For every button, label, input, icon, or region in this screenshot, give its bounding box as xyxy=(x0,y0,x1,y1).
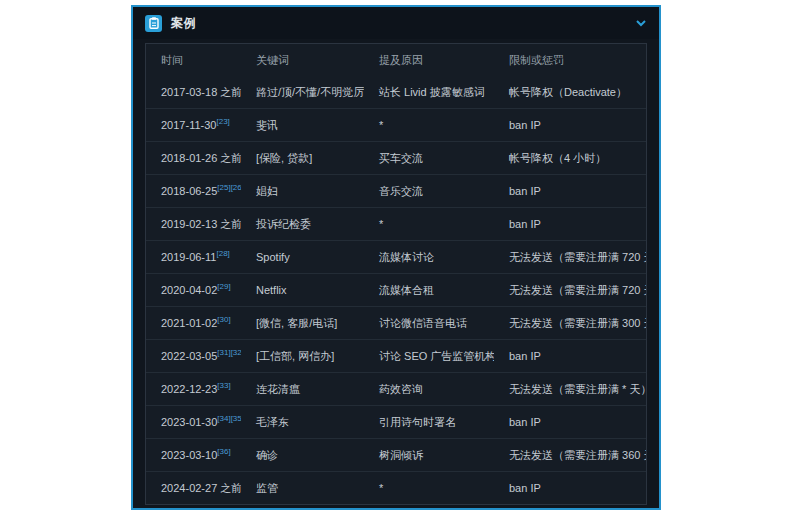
column-header-keyword: 关键词 xyxy=(241,53,364,68)
table-row: 2017-11-30[23] 斐讯 * ban IP xyxy=(146,108,646,141)
table-row: 2022-03-05[31][32] [工信部, 网信办] 讨论 SEO 广告监… xyxy=(146,339,646,372)
keyword-cell: Netflix xyxy=(241,284,364,296)
time-cell: 2018-01-26 之前[24] xyxy=(146,151,241,166)
penalty-cell: ban IP xyxy=(494,185,646,197)
keyword-cell: [工信部, 网信办] xyxy=(241,349,364,364)
time-cell: 2017-11-30[23] xyxy=(146,119,241,131)
keyword-cell: [保险, 贷款] xyxy=(241,151,364,166)
reason-cell: 流媒体合租 xyxy=(364,283,494,298)
time-value: 2018-06-25 xyxy=(161,185,217,197)
time-value: 2022-03-05 xyxy=(161,350,217,362)
table-row: 2019-02-13 之前[27] 投诉纪检委 * ban IP xyxy=(146,207,646,240)
reference-link[interactable]: [30] xyxy=(217,317,230,324)
panel-title: 案例 xyxy=(171,15,635,32)
reason-cell: * xyxy=(364,119,494,131)
penalty-cell: 无法发送（需要注册满 720 天） xyxy=(494,250,646,265)
keyword-cell: 娼妇 xyxy=(241,184,364,199)
table-row: 2020-04-02[29] Netflix 流媒体合租 无法发送（需要注册满 … xyxy=(146,273,646,306)
reason-cell: 讨论 SEO 广告监管机构 xyxy=(364,349,494,364)
time-cell: 2023-01-30[34][35] xyxy=(146,416,241,428)
cases-table: 时间 关键词 提及原因 限制或惩罚 2017-03-18 之前[22] 路过/顶… xyxy=(145,43,647,505)
reference-link[interactable]: [31][32] xyxy=(217,350,241,357)
keyword-cell: 监管 xyxy=(241,481,364,496)
time-cell: 2017-03-18 之前[22] xyxy=(146,85,241,100)
time-cell: 2018-06-25[25][26] xyxy=(146,185,241,197)
time-value: 2019-02-13 之前 xyxy=(161,218,241,230)
panel-header[interactable]: 案例 xyxy=(133,7,659,39)
cases-panel: 案例 时间 关键词 提及原因 限制或惩罚 2017-03-18 之前[22] 路… xyxy=(131,5,661,510)
time-value: 2017-03-18 之前 xyxy=(161,86,241,98)
penalty-cell: ban IP xyxy=(494,482,646,494)
penalty-cell: 无法发送（需要注册满 * 天） xyxy=(494,382,646,397)
table-row: 2021-01-02[30] [微信, 客服/电话] 讨论微信语音电话 无法发送… xyxy=(146,306,646,339)
table-body: 2017-03-18 之前[22] 路过/顶/不懂/不明觉厉 站长 Livid … xyxy=(146,76,646,504)
time-value: 2018-01-26 之前 xyxy=(161,152,241,164)
reason-cell: 引用诗句时署名 xyxy=(364,415,494,430)
penalty-cell: 帐号降权（4 小时） xyxy=(494,151,646,166)
column-header-penalty: 限制或惩罚 xyxy=(494,53,646,68)
time-cell: 2022-03-05[31][32] xyxy=(146,350,241,362)
penalty-cell: ban IP xyxy=(494,119,646,131)
reference-link[interactable]: [23] xyxy=(216,119,229,126)
keyword-cell: 投诉纪检委 xyxy=(241,217,364,232)
reason-cell: 站长 Livid 披露敏感词 xyxy=(364,85,494,100)
reason-cell: 讨论微信语音电话 xyxy=(364,316,494,331)
time-cell: 2023-03-10[36] xyxy=(146,449,241,461)
table-row: 2022-12-23[33] 连花清瘟 药效咨询 无法发送（需要注册满 * 天） xyxy=(146,372,646,405)
time-cell: 2021-01-02[30] xyxy=(146,317,241,329)
table-row: 2024-02-27 之前[37] 监管 * ban IP xyxy=(146,471,646,504)
time-value: 2020-04-02 xyxy=(161,284,217,296)
keyword-cell: 毛泽东 xyxy=(241,415,364,430)
reason-cell: 买车交流 xyxy=(364,151,494,166)
time-value: 2019-06-11 xyxy=(161,251,216,263)
time-value: 2024-02-27 之前 xyxy=(161,482,241,494)
column-header-time: 时间 xyxy=(146,53,241,68)
reason-cell: 药效咨询 xyxy=(364,382,494,397)
time-value: 2023-01-30 xyxy=(161,416,217,428)
reason-cell: 流媒体讨论 xyxy=(364,250,494,265)
reference-link[interactable]: [25][26] xyxy=(217,185,241,192)
time-cell: 2022-12-23[33] xyxy=(146,383,241,395)
reference-link[interactable]: [36] xyxy=(217,449,230,456)
chevron-down-icon[interactable] xyxy=(635,18,647,28)
time-cell: 2024-02-27 之前[37] xyxy=(146,481,241,496)
penalty-cell: 帐号降权（Deactivate） xyxy=(494,85,646,100)
penalty-cell: ban IP xyxy=(494,416,646,428)
reference-link[interactable]: [33] xyxy=(217,383,230,390)
keyword-cell: 连花清瘟 xyxy=(241,382,364,397)
table-header-row: 时间 关键词 提及原因 限制或惩罚 xyxy=(146,44,646,76)
time-value: 2017-11-30 xyxy=(161,119,216,131)
keyword-cell: 斐讯 xyxy=(241,118,364,133)
keyword-cell: [微信, 客服/电话] xyxy=(241,316,364,331)
table-row: 2018-01-26 之前[24] [保险, 贷款] 买车交流 帐号降权（4 小… xyxy=(146,141,646,174)
table-row: 2018-06-25[25][26] 娼妇 音乐交流 ban IP xyxy=(146,174,646,207)
penalty-cell: ban IP xyxy=(494,218,646,230)
reason-cell: * xyxy=(364,218,494,230)
penalty-cell: 无法发送（需要注册满 720 天） xyxy=(494,283,646,298)
keyword-cell: 路过/顶/不懂/不明觉厉 xyxy=(241,85,364,100)
penalty-cell: 无法发送（需要注册满 300 天） xyxy=(494,316,646,331)
reason-cell: * xyxy=(364,482,494,494)
column-header-reason: 提及原因 xyxy=(364,53,494,68)
clipboard-icon xyxy=(145,15,162,32)
time-cell: 2020-04-02[29] xyxy=(146,284,241,296)
reason-cell: 树洞倾诉 xyxy=(364,448,494,463)
keyword-cell: Spotify xyxy=(241,251,364,263)
penalty-cell: ban IP xyxy=(494,350,646,362)
reason-cell: 音乐交流 xyxy=(364,184,494,199)
reference-link[interactable]: [29] xyxy=(217,284,230,291)
table-row: 2023-01-30[34][35] 毛泽东 引用诗句时署名 ban IP xyxy=(146,405,646,438)
reference-link[interactable]: [28] xyxy=(216,251,229,258)
reference-link[interactable]: [34][35] xyxy=(217,416,241,423)
table-row: 2023-03-10[36] 确诊 树洞倾诉 无法发送（需要注册满 360 天） xyxy=(146,438,646,471)
table-row: 2019-06-11[28] Spotify 流媒体讨论 无法发送（需要注册满 … xyxy=(146,240,646,273)
penalty-cell: 无法发送（需要注册满 360 天） xyxy=(494,448,646,463)
time-value: 2023-03-10 xyxy=(161,449,217,461)
table-row: 2017-03-18 之前[22] 路过/顶/不懂/不明觉厉 站长 Livid … xyxy=(146,76,646,108)
time-cell: 2019-02-13 之前[27] xyxy=(146,217,241,232)
time-cell: 2019-06-11[28] xyxy=(146,251,241,263)
keyword-cell: 确诊 xyxy=(241,448,364,463)
time-value: 2021-01-02 xyxy=(161,317,217,329)
time-value: 2022-12-23 xyxy=(161,383,217,395)
